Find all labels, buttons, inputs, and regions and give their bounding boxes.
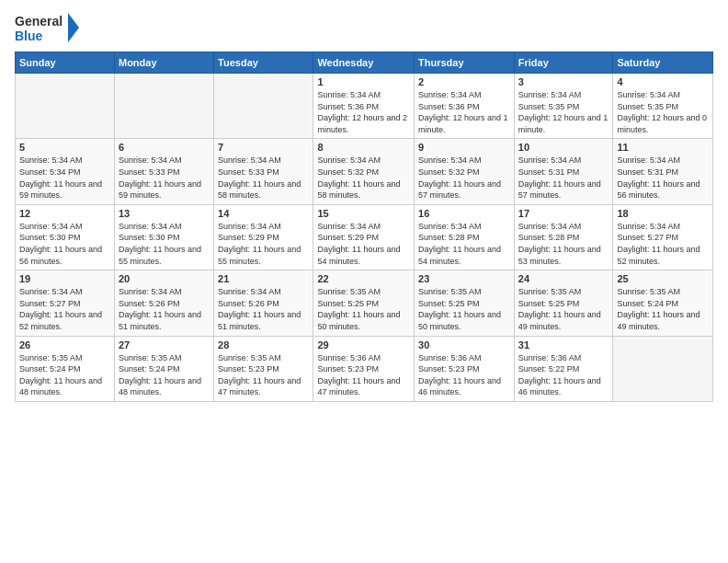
sunrise-info: Sunrise: 5:34 AM [518, 222, 582, 231]
calendar-week-row: 19Sunrise: 5:34 AMSunset: 5:27 PMDayligh… [16, 270, 713, 336]
day-number: 10 [518, 142, 609, 153]
calendar-day-cell [214, 74, 313, 139]
daylight-label: Daylight: 11 hours and 57 minutes. [418, 179, 501, 201]
sunset-info: Sunset: 5:25 PM [518, 299, 580, 308]
day-number: 11 [617, 142, 709, 153]
day-info: Sunrise: 5:34 AMSunset: 5:34 PMDaylight:… [19, 155, 110, 201]
calendar-day-cell: 29Sunrise: 5:36 AMSunset: 5:23 PMDayligh… [313, 336, 415, 401]
sunset-info: Sunset: 5:35 PM [518, 102, 580, 111]
sunset-info: Sunset: 5:36 PM [317, 102, 379, 111]
calendar-day-cell: 10Sunrise: 5:34 AMSunset: 5:31 PMDayligh… [514, 139, 613, 204]
calendar-day-cell [16, 74, 115, 139]
daylight-label: Daylight: 11 hours and 49 minutes. [617, 310, 700, 331]
daylight-label: Daylight: 11 hours and 58 minutes. [218, 179, 301, 201]
day-number: 29 [317, 339, 410, 350]
calendar-day-cell: 13Sunrise: 5:34 AMSunset: 5:30 PMDayligh… [114, 204, 213, 270]
day-number: 31 [518, 339, 609, 350]
day-number: 30 [418, 339, 510, 350]
daylight-label: Daylight: 11 hours and 59 minutes. [119, 179, 201, 201]
calendar-day-cell: 20Sunrise: 5:34 AMSunset: 5:26 PMDayligh… [114, 270, 213, 336]
day-number: 13 [119, 208, 210, 219]
calendar-day-cell: 15Sunrise: 5:34 AMSunset: 5:29 PMDayligh… [313, 204, 415, 270]
weekday-header-sunday: Sunday [16, 52, 115, 74]
sunrise-info: Sunrise: 5:35 AM [518, 287, 582, 296]
day-info: Sunrise: 5:34 AMSunset: 5:29 PMDaylight:… [218, 221, 309, 267]
calendar-week-row: 26Sunrise: 5:35 AMSunset: 5:24 PMDayligh… [16, 336, 713, 401]
svg-text:General: General [15, 14, 63, 29]
sunrise-info: Sunrise: 5:34 AM [19, 155, 83, 165]
sunset-info: Sunset: 5:26 PM [119, 299, 180, 308]
sunrise-info: Sunrise: 5:34 AM [518, 155, 582, 165]
daylight-label: Daylight: 11 hours and 57 minutes. [518, 179, 601, 201]
calendar-day-cell: 11Sunrise: 5:34 AMSunset: 5:31 PMDayligh… [613, 139, 713, 204]
sunset-info: Sunset: 5:24 PM [19, 364, 81, 373]
sunset-info: Sunset: 5:22 PM [518, 364, 580, 373]
daylight-label: Daylight: 12 hours and 0 minutes. [617, 113, 707, 134]
sunrise-info: Sunrise: 5:36 AM [518, 353, 582, 362]
sunset-info: Sunset: 5:30 PM [19, 233, 81, 242]
day-number: 15 [317, 208, 410, 219]
svg-text:Blue: Blue [15, 29, 43, 43]
day-number: 1 [317, 76, 410, 87]
weekday-header-tuesday: Tuesday [214, 52, 313, 74]
calendar-day-cell: 23Sunrise: 5:35 AMSunset: 5:25 PMDayligh… [415, 270, 515, 336]
daylight-label: Daylight: 11 hours and 55 minutes. [218, 245, 301, 266]
sunrise-info: Sunrise: 5:34 AM [218, 287, 281, 296]
daylight-label: Daylight: 11 hours and 59 minutes. [19, 179, 102, 201]
sunset-info: Sunset: 5:23 PM [418, 364, 480, 373]
sunrise-info: Sunrise: 5:34 AM [317, 90, 381, 99]
calendar-day-cell: 6Sunrise: 5:34 AMSunset: 5:33 PMDaylight… [114, 139, 213, 204]
sunset-info: Sunset: 5:24 PM [617, 299, 678, 308]
calendar-day-cell: 19Sunrise: 5:34 AMSunset: 5:27 PMDayligh… [16, 270, 115, 336]
daylight-label: Daylight: 11 hours and 54 minutes. [418, 245, 501, 266]
sunrise-info: Sunrise: 5:34 AM [119, 287, 182, 296]
sunset-info: Sunset: 5:26 PM [218, 299, 279, 308]
day-number: 19 [19, 273, 110, 284]
day-info: Sunrise: 5:34 AMSunset: 5:28 PMDaylight:… [418, 221, 510, 267]
sunrise-info: Sunrise: 5:36 AM [317, 353, 381, 362]
sunrise-info: Sunrise: 5:34 AM [218, 155, 281, 165]
calendar-week-row: 5Sunrise: 5:34 AMSunset: 5:34 PMDaylight… [16, 139, 713, 204]
day-info: Sunrise: 5:34 AMSunset: 5:33 PMDaylight:… [218, 155, 309, 201]
day-info: Sunrise: 5:35 AMSunset: 5:23 PMDaylight:… [218, 352, 309, 398]
day-info: Sunrise: 5:34 AMSunset: 5:32 PMDaylight:… [317, 155, 410, 201]
day-info: Sunrise: 5:34 AMSunset: 5:27 PMDaylight:… [19, 286, 110, 332]
daylight-label: Daylight: 12 hours and 1 minute. [418, 113, 508, 134]
sunrise-info: Sunrise: 5:36 AM [418, 353, 482, 362]
sunrise-info: Sunrise: 5:34 AM [418, 222, 482, 231]
sunrise-info: Sunrise: 5:35 AM [119, 353, 182, 362]
calendar-day-cell: 17Sunrise: 5:34 AMSunset: 5:28 PMDayligh… [514, 204, 613, 270]
day-info: Sunrise: 5:35 AMSunset: 5:25 PMDaylight:… [418, 286, 510, 332]
day-number: 28 [218, 339, 309, 350]
calendar-day-cell: 14Sunrise: 5:34 AMSunset: 5:29 PMDayligh… [214, 204, 313, 270]
day-info: Sunrise: 5:36 AMSunset: 5:22 PMDaylight:… [518, 352, 609, 398]
calendar-day-cell: 2Sunrise: 5:34 AMSunset: 5:36 PMDaylight… [415, 74, 515, 139]
day-number: 8 [317, 142, 410, 153]
day-info: Sunrise: 5:34 AMSunset: 5:28 PMDaylight:… [518, 221, 609, 267]
daylight-label: Daylight: 11 hours and 49 minutes. [518, 310, 601, 331]
day-info: Sunrise: 5:34 AMSunset: 5:30 PMDaylight:… [119, 221, 210, 267]
sunset-info: Sunset: 5:29 PM [218, 233, 279, 242]
daylight-label: Daylight: 11 hours and 56 minutes. [19, 245, 102, 266]
day-number: 2 [418, 76, 510, 87]
daylight-label: Daylight: 11 hours and 52 minutes. [617, 245, 700, 266]
sunset-info: Sunset: 5:27 PM [19, 299, 81, 308]
daylight-label: Daylight: 11 hours and 46 minutes. [518, 376, 601, 397]
sunrise-info: Sunrise: 5:34 AM [617, 90, 680, 99]
day-info: Sunrise: 5:36 AMSunset: 5:23 PMDaylight:… [317, 352, 410, 398]
day-info: Sunrise: 5:34 AMSunset: 5:29 PMDaylight:… [317, 221, 410, 267]
daylight-label: Daylight: 11 hours and 48 minutes. [19, 376, 102, 397]
calendar-day-cell: 26Sunrise: 5:35 AMSunset: 5:24 PMDayligh… [16, 336, 115, 401]
day-info: Sunrise: 5:35 AMSunset: 5:25 PMDaylight:… [317, 286, 410, 332]
calendar-day-cell [114, 74, 213, 139]
sunrise-info: Sunrise: 5:35 AM [19, 353, 83, 362]
day-info: Sunrise: 5:35 AMSunset: 5:24 PMDaylight:… [617, 286, 709, 332]
daylight-label: Daylight: 11 hours and 53 minutes. [518, 245, 601, 266]
sunset-info: Sunset: 5:35 PM [617, 102, 678, 111]
daylight-label: Daylight: 12 hours and 1 minute. [518, 113, 609, 134]
day-number: 12 [19, 208, 110, 219]
day-info: Sunrise: 5:36 AMSunset: 5:23 PMDaylight:… [418, 352, 510, 398]
day-info: Sunrise: 5:34 AMSunset: 5:36 PMDaylight:… [317, 89, 410, 135]
day-number: 17 [518, 208, 609, 219]
sunrise-info: Sunrise: 5:35 AM [317, 287, 381, 296]
